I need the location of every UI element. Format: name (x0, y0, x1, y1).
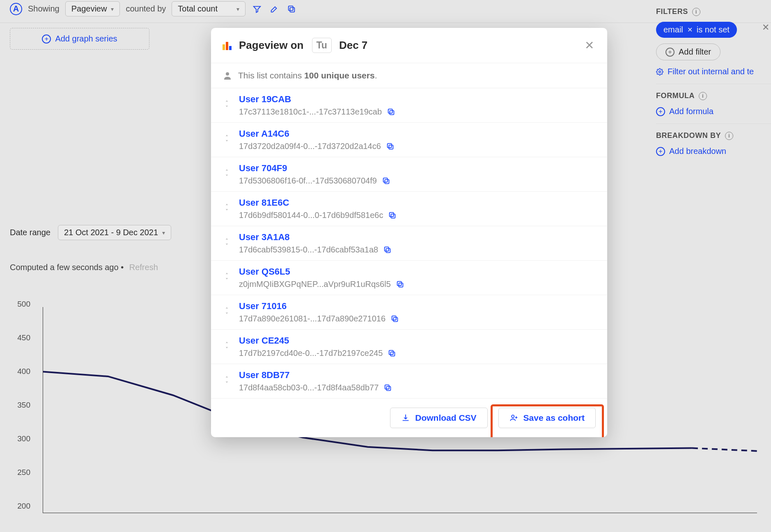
event-select[interactable]: Pageview ▾ (65, 1, 120, 16)
svg-rect-11 (390, 212, 394, 216)
gear-icon (656, 68, 663, 76)
svg-rect-16 (393, 317, 397, 321)
svg-rect-8 (385, 179, 389, 183)
svg-rect-15 (397, 281, 401, 285)
copy-icon[interactable] (396, 280, 405, 289)
svg-rect-19 (389, 350, 393, 354)
add-breakdown-link[interactable]: + Add breakdown (656, 147, 771, 156)
refresh-link[interactable]: Refresh (129, 263, 158, 272)
expand-toggle[interactable]: ˄ ˅ (223, 170, 231, 179)
expand-toggle[interactable]: ˄ ˅ (223, 307, 231, 317)
user-name-link[interactable]: User 8DB77 (239, 370, 596, 381)
subtitle-bold: 100 unique users (304, 71, 375, 80)
filter-icon[interactable] (251, 3, 263, 15)
edit-icon[interactable] (268, 3, 280, 15)
copy-icon[interactable] (386, 142, 395, 151)
add-graph-series-button[interactable]: + Add graph series (10, 28, 149, 50)
users-modal: Pageview on Tu Dec 7 ✕ This list contain… (211, 28, 607, 437)
count-mode-select[interactable]: Total count ▾ (172, 1, 246, 16)
event-select-value: Pageview (71, 4, 107, 14)
user-list: ˄ ˅ User 19CAB 17c37113e1810c1-...-17c37… (211, 88, 607, 399)
expand-toggle[interactable]: ˄ ˅ (223, 273, 231, 283)
user-id-text: 17d7b2197cd40e-0...-17d7b2197ce245 (239, 349, 383, 358)
close-icon[interactable]: ✕ (583, 39, 596, 52)
svg-rect-12 (386, 248, 390, 252)
user-id-text: 17c37113e1810c1-...-17c37113e19cab (239, 107, 382, 117)
ytick: 200 (17, 502, 30, 511)
svg-rect-1 (289, 6, 293, 10)
date-range-label: Date range (10, 228, 50, 237)
filter-internal-label: Filter out internal and te (668, 67, 754, 76)
copy-icon[interactable] (382, 177, 391, 186)
copy-icon[interactable] (390, 314, 399, 323)
info-icon[interactable]: i (692, 8, 700, 16)
subtitle-pre: This list contains (238, 71, 302, 80)
info-icon[interactable]: i (725, 132, 733, 140)
download-csv-label: Download CSV (415, 413, 476, 423)
svg-rect-9 (383, 178, 388, 182)
copy-icon[interactable] (388, 211, 397, 220)
chevron-down-icon: ▾ (236, 6, 239, 12)
expand-toggle[interactable]: ˄ ˅ (223, 342, 231, 352)
expand-toggle[interactable]: ˄ ˅ (223, 204, 231, 214)
svg-rect-6 (389, 145, 393, 149)
date-range-select[interactable]: 21 Oct 2021 - 9 Dec 2021 ▾ (58, 225, 171, 240)
chevron-down-icon: ˅ (225, 209, 228, 214)
posthog-logo-icon (223, 41, 234, 50)
ytick: 300 (17, 434, 30, 443)
download-icon (401, 413, 410, 422)
svg-rect-21 (385, 385, 389, 389)
copy-icon[interactable] (387, 108, 396, 117)
expand-toggle[interactable]: ˄ ˅ (223, 238, 231, 248)
expand-toggle[interactable]: ˄ ˅ (223, 135, 231, 145)
showing-label: Showing (28, 4, 60, 14)
expand-toggle[interactable]: ˄ ˅ (223, 376, 231, 386)
remove-filter-icon[interactable]: ✕ (762, 22, 769, 33)
info-icon[interactable]: i (699, 92, 707, 100)
save-as-cohort-button[interactable]: Save as cohort (498, 408, 596, 428)
counted-by-label: counted by (126, 4, 166, 14)
user-name-link[interactable]: User 3A1A8 (239, 232, 596, 243)
count-mode-value: Total count (178, 4, 218, 14)
user-name-link[interactable]: User A14C6 (239, 128, 596, 139)
user-name-link[interactable]: User QS6L5 (239, 266, 596, 277)
add-filter-label: Add filter (679, 47, 711, 57)
user-name-link[interactable]: User 81E6C (239, 197, 596, 208)
user-name-link[interactable]: User 19CAB (239, 94, 596, 105)
add-breakdown-label: Add breakdown (669, 147, 726, 156)
filter-chip-prop: email (663, 25, 683, 34)
user-id-text: 17d6cabf539815-0...-17d6cabf53a1a8 (239, 245, 378, 255)
ytick: 500 (17, 300, 30, 309)
user-name-link[interactable]: User 71016 (239, 301, 596, 312)
svg-rect-5 (388, 109, 392, 113)
expand-toggle[interactable]: ˄ ˅ (223, 101, 231, 110)
user-row: ˄ ˅ User 19CAB 17c37113e1810c1-...-17c37… (211, 88, 607, 123)
add-filter-button[interactable]: + Add filter (656, 44, 721, 60)
copy-icon[interactable] (388, 349, 397, 358)
chevron-down-icon: ˅ (225, 278, 228, 283)
date-range-value: 21 Oct 2021 - 9 Dec 2021 (64, 228, 158, 237)
add-formula-link[interactable]: + Add formula (656, 107, 771, 116)
modal-date: Dec 7 (339, 39, 367, 52)
chart-line-projected (692, 448, 757, 451)
user-name-link[interactable]: User 704F9 (239, 163, 596, 174)
copy-icon[interactable] (383, 245, 392, 255)
plus-circle-icon: + (665, 48, 675, 57)
filter-chip-email[interactable]: email ✕ is not set (656, 22, 737, 38)
plus-circle-icon: + (656, 107, 665, 116)
chevron-down-icon: ▾ (111, 6, 114, 12)
modal-title: Pageview on (239, 39, 304, 52)
ytick: 250 (17, 468, 30, 477)
user-row: ˄ ˅ User 704F9 17d5306806f16-0f...-17d53… (211, 157, 607, 192)
filter-internal-link[interactable]: Filter out internal and te (656, 67, 771, 76)
user-id-text: 17d6b9df580144-0...0-17d6b9df581e6c (239, 211, 383, 220)
user-name-link[interactable]: User CE245 (239, 335, 596, 346)
copy-icon[interactable] (383, 383, 392, 392)
add-graph-series-label: Add graph series (55, 34, 117, 44)
download-csv-button[interactable]: Download CSV (390, 408, 487, 428)
svg-rect-20 (387, 386, 391, 390)
copy-icon[interactable] (286, 3, 297, 15)
chevron-down-icon: ˅ (225, 174, 228, 179)
close-icon[interactable]: ✕ (687, 26, 693, 34)
ytick: 400 (17, 367, 30, 376)
